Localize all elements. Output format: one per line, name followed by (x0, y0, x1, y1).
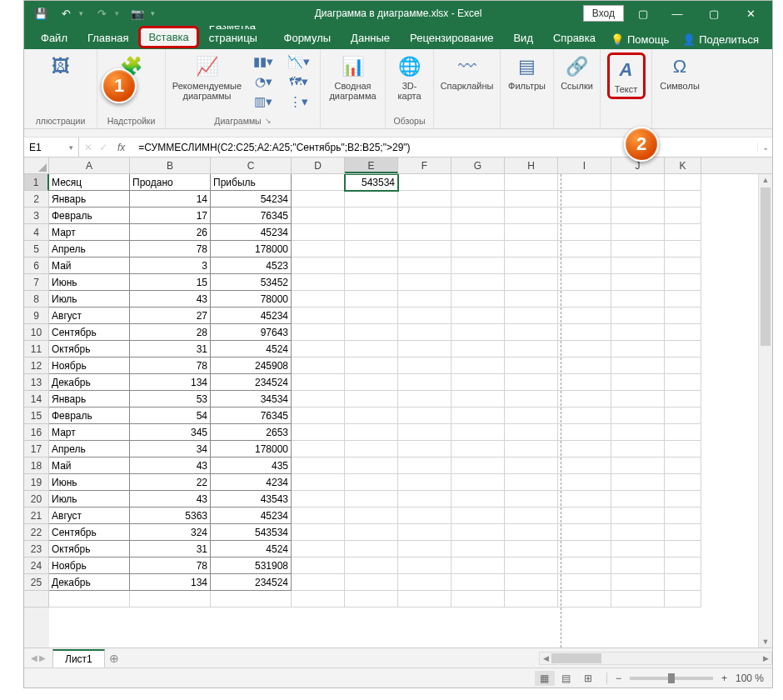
cell[interactable] (292, 374, 345, 391)
cell[interactable] (558, 224, 611, 241)
cell[interactable] (558, 258, 611, 274)
cell[interactable] (611, 291, 665, 308)
new-sheet-button[interactable]: ⊕ (105, 652, 123, 665)
cell[interactable] (665, 491, 701, 508)
cell[interactable] (398, 524, 451, 541)
cell[interactable] (451, 458, 505, 474)
col-header-F[interactable]: F (398, 158, 451, 173)
row-header[interactable]: 1 (24, 174, 49, 191)
cell[interactable] (558, 524, 611, 541)
cell[interactable]: 34534 (211, 391, 292, 408)
cell[interactable] (558, 291, 611, 308)
cell[interactable] (451, 374, 505, 391)
cell[interactable] (558, 508, 611, 524)
row-header[interactable]: 10 (24, 324, 49, 341)
links-button[interactable]: 🔗Ссылки (557, 52, 596, 92)
cell[interactable]: 178000 (211, 441, 292, 458)
tab-formulas[interactable]: Формулы (274, 28, 342, 49)
cell[interactable] (611, 558, 665, 574)
cell[interactable] (611, 341, 665, 358)
cell[interactable]: 4524 (211, 341, 292, 358)
scroll-left-icon[interactable]: ◀ (540, 654, 551, 662)
cell[interactable] (558, 374, 611, 391)
cell[interactable] (665, 541, 701, 558)
cell[interactable] (665, 191, 701, 208)
cell[interactable] (558, 474, 611, 491)
3d-map-button[interactable]: 🌐3D- карта (394, 52, 426, 102)
cell[interactable] (345, 324, 398, 341)
scatter-chart-icon[interactable]: ⋮▾ (283, 92, 313, 111)
cell[interactable] (451, 274, 505, 291)
tab-home[interactable]: Главная (77, 28, 138, 49)
cell[interactable]: 134 (130, 574, 211, 591)
cell[interactable] (505, 591, 558, 608)
cell[interactable] (398, 274, 451, 291)
cell[interactable] (665, 358, 701, 374)
hscroll-thumb[interactable] (551, 653, 601, 663)
row-header[interactable]: 24 (24, 558, 49, 574)
cell[interactable] (345, 191, 398, 208)
cell[interactable]: 78 (130, 558, 211, 574)
cell[interactable]: Сентябрь (49, 524, 130, 541)
cell[interactable] (505, 408, 558, 424)
tab-view[interactable]: Вид (503, 28, 543, 49)
cell[interactable]: Февраль (49, 208, 130, 224)
cell[interactable] (398, 591, 451, 608)
cell[interactable] (558, 174, 611, 191)
cell[interactable]: 54234 (211, 191, 292, 208)
cell[interactable] (292, 324, 345, 341)
cell[interactable] (398, 391, 451, 408)
cell[interactable] (451, 541, 505, 558)
cell[interactable]: Октябрь (49, 341, 130, 358)
cell[interactable] (451, 391, 505, 408)
cell[interactable] (398, 491, 451, 508)
cell[interactable]: Апрель (49, 441, 130, 458)
cell[interactable] (292, 408, 345, 424)
cell[interactable] (558, 408, 611, 424)
cell[interactable] (665, 258, 701, 274)
cell[interactable]: Июль (49, 291, 130, 308)
cell[interactable] (505, 574, 558, 591)
cell[interactable] (505, 241, 558, 258)
cell[interactable] (345, 341, 398, 358)
horizontal-scrollbar[interactable]: ◀ ▶ (539, 652, 772, 665)
bar-chart-icon[interactable]: ▮▮▾ (248, 52, 278, 71)
cell[interactable] (611, 474, 665, 491)
cell[interactable]: 2653 (211, 424, 292, 441)
cell[interactable] (451, 474, 505, 491)
cell[interactable] (398, 441, 451, 458)
cell[interactable] (398, 358, 451, 374)
cell[interactable]: 435 (211, 458, 292, 474)
cell[interactable] (398, 458, 451, 474)
cell[interactable]: 345 (130, 424, 211, 441)
sparklines-button[interactable]: 〰Спарклайны (437, 52, 497, 92)
cell[interactable] (451, 491, 505, 508)
cell[interactable] (451, 358, 505, 374)
charts-dialog-icon[interactable]: ↘ (265, 117, 272, 125)
cell[interactable] (130, 591, 211, 608)
cell[interactable] (451, 558, 505, 574)
cell[interactable] (398, 224, 451, 241)
cell[interactable]: 53 (130, 391, 211, 408)
cell[interactable] (451, 424, 505, 441)
cell[interactable]: 34 (130, 441, 211, 458)
cell[interactable] (451, 441, 505, 458)
cell[interactable]: 178000 (211, 241, 292, 258)
cell[interactable] (665, 274, 701, 291)
row-header[interactable]: 4 (24, 224, 49, 241)
row-header[interactable]: 2 (24, 191, 49, 208)
cell[interactable] (292, 291, 345, 308)
cell[interactable] (451, 508, 505, 524)
cell[interactable] (611, 508, 665, 524)
cell[interactable]: Прибыль (211, 174, 292, 191)
cell[interactable] (345, 508, 398, 524)
row-header[interactable]: 6 (24, 258, 49, 274)
cell[interactable]: 28 (130, 324, 211, 341)
cell[interactable] (292, 491, 345, 508)
row-header[interactable]: 8 (24, 291, 49, 308)
cell[interactable] (505, 474, 558, 491)
cell[interactable] (665, 174, 701, 191)
cell[interactable] (398, 308, 451, 324)
cell[interactable] (611, 308, 665, 324)
cell[interactable] (451, 208, 505, 224)
